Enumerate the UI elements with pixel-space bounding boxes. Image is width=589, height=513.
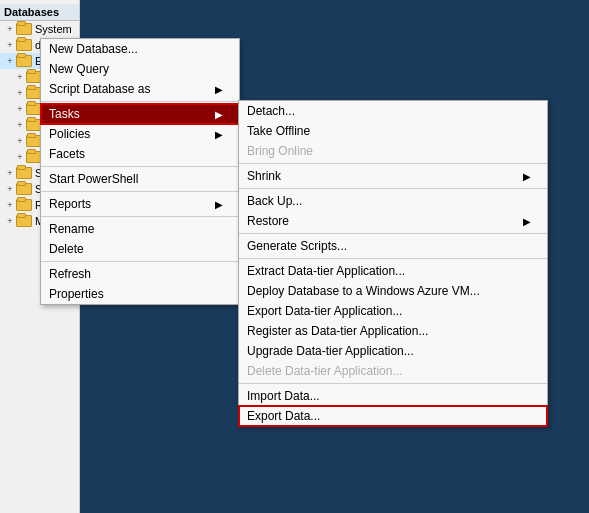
menu-item-delete[interactable]: Delete xyxy=(41,239,239,259)
menu-item-upgrade-datatier[interactable]: Upgrade Data-tier Application... xyxy=(239,341,547,361)
menu-label-register-datatier: Register as Data-tier Application... xyxy=(247,324,531,338)
menu-item-delete-datatier: Delete Data-tier Application... xyxy=(239,361,547,381)
menu-item-shrink[interactable]: Shrink ▶ xyxy=(239,166,547,186)
submenu-arrow-icon: ▶ xyxy=(215,84,223,95)
expander-icon: + xyxy=(14,71,26,83)
folder-icon xyxy=(16,23,32,35)
expander-icon: + xyxy=(4,183,16,195)
menu-item-bring-online: Bring Online xyxy=(239,141,547,161)
separator xyxy=(239,233,547,234)
expander-icon: + xyxy=(14,151,26,163)
menu-item-properties[interactable]: Properties xyxy=(41,284,239,304)
menu-item-rename[interactable]: Rename xyxy=(41,219,239,239)
menu-label-refresh: Refresh xyxy=(49,267,223,281)
menu-item-export-data[interactable]: Export Data... xyxy=(239,406,547,426)
expander-icon: + xyxy=(4,215,16,227)
separator xyxy=(239,188,547,189)
menu-item-restore[interactable]: Restore ▶ xyxy=(239,211,547,231)
context-menu-primary: New Database... New Query Script Databas… xyxy=(40,38,240,305)
folder-icon xyxy=(16,199,32,211)
menu-label-delete-datatier: Delete Data-tier Application... xyxy=(247,364,531,378)
expander-icon: + xyxy=(14,87,26,99)
menu-label-restore: Restore xyxy=(247,214,523,228)
folder-icon xyxy=(16,183,32,195)
menu-item-register-datatier[interactable]: Register as Data-tier Application... xyxy=(239,321,547,341)
folder-icon xyxy=(16,39,32,51)
menu-item-import-data[interactable]: Import Data... xyxy=(239,386,547,406)
menu-label-rename: Rename xyxy=(49,222,223,236)
menu-label-properties: Properties xyxy=(49,287,223,301)
separator xyxy=(41,101,239,102)
menu-item-start-powershell[interactable]: Start PowerShell xyxy=(41,169,239,189)
menu-label-reports: Reports xyxy=(49,197,215,211)
menu-label-import-data: Import Data... xyxy=(247,389,531,403)
menu-item-deploy-azure[interactable]: Deploy Database to a Windows Azure VM... xyxy=(239,281,547,301)
expander-icon: + xyxy=(4,39,16,51)
menu-label-export-data: Export Data... xyxy=(247,409,531,423)
menu-label-start-powershell: Start PowerShell xyxy=(49,172,223,186)
separator xyxy=(41,216,239,217)
menu-label-detach: Detach... xyxy=(247,104,531,118)
separator xyxy=(239,258,547,259)
submenu-arrow-icon: ▶ xyxy=(523,171,531,182)
expander-icon: + xyxy=(4,23,16,35)
menu-label-bring-online: Bring Online xyxy=(247,144,531,158)
menu-label-tasks: Tasks xyxy=(49,107,215,121)
menu-item-export-datatier[interactable]: Export Data-tier Application... xyxy=(239,301,547,321)
menu-item-policies[interactable]: Policies ▶ xyxy=(41,124,239,144)
menu-label-extract-datatier: Extract Data-tier Application... xyxy=(247,264,531,278)
menu-item-new-database[interactable]: New Database... xyxy=(41,39,239,59)
expander-icon: + xyxy=(4,55,16,67)
menu-item-refresh[interactable]: Refresh xyxy=(41,264,239,284)
menu-label-deploy-azure: Deploy Database to a Windows Azure VM... xyxy=(247,284,531,298)
menu-item-script-database[interactable]: Script Database as ▶ xyxy=(41,79,239,99)
expander-icon: + xyxy=(4,199,16,211)
tree-item-system-db[interactable]: + System Da... xyxy=(0,21,79,37)
menu-label-new-query: New Query xyxy=(49,62,223,76)
separator xyxy=(41,166,239,167)
menu-label-script-database: Script Database as xyxy=(49,82,215,96)
separator xyxy=(41,191,239,192)
menu-label-facets: Facets xyxy=(49,147,223,161)
submenu-arrow-icon: ▶ xyxy=(215,129,223,140)
folder-icon xyxy=(16,167,32,179)
menu-label-new-database: New Database... xyxy=(49,42,223,56)
menu-item-backup[interactable]: Back Up... xyxy=(239,191,547,211)
menu-label-policies: Policies xyxy=(49,127,215,141)
separator xyxy=(239,383,547,384)
menu-item-reports[interactable]: Reports ▶ xyxy=(41,194,239,214)
menu-item-new-query[interactable]: New Query xyxy=(41,59,239,79)
expander-icon: + xyxy=(4,167,16,179)
expander-icon: + xyxy=(14,103,26,115)
expander-icon: + xyxy=(14,119,26,131)
menu-label-upgrade-datatier: Upgrade Data-tier Application... xyxy=(247,344,531,358)
menu-item-extract-datatier[interactable]: Extract Data-tier Application... xyxy=(239,261,547,281)
submenu-arrow-icon: ▶ xyxy=(215,199,223,210)
submenu-arrow-icon: ▶ xyxy=(523,216,531,227)
menu-label-delete: Delete xyxy=(49,242,223,256)
menu-item-tasks[interactable]: Tasks ▶ xyxy=(41,104,239,124)
menu-label-take-offline: Take Offline xyxy=(247,124,531,138)
context-menu-tasks: Detach... Take Offline Bring Online Shri… xyxy=(238,100,548,427)
menu-item-take-offline[interactable]: Take Offline xyxy=(239,121,547,141)
menu-item-detach[interactable]: Detach... xyxy=(239,101,547,121)
folder-icon xyxy=(16,55,32,67)
menu-label-export-datatier: Export Data-tier Application... xyxy=(247,304,531,318)
expander-icon: + xyxy=(14,135,26,147)
separator xyxy=(239,163,547,164)
menu-item-facets[interactable]: Facets xyxy=(41,144,239,164)
separator xyxy=(41,261,239,262)
menu-label-backup: Back Up... xyxy=(247,194,531,208)
explorer-title: Databases xyxy=(4,6,59,18)
menu-item-generate-scripts[interactable]: Generate Scripts... xyxy=(239,236,547,256)
menu-label-generate-scripts: Generate Scripts... xyxy=(247,239,531,253)
submenu-arrow-icon: ▶ xyxy=(215,109,223,120)
folder-icon xyxy=(16,215,32,227)
explorer-header: Databases xyxy=(0,4,79,21)
menu-label-shrink: Shrink xyxy=(247,169,523,183)
